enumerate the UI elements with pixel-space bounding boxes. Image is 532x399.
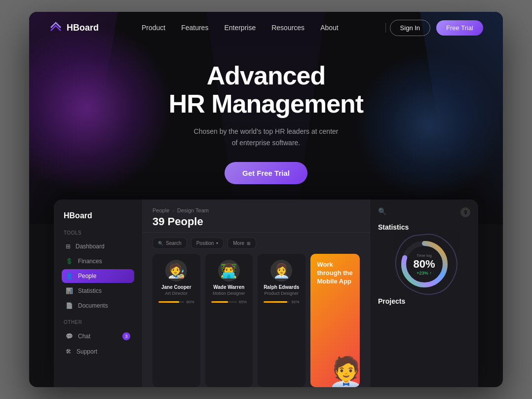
person-role-wade: Motion Designer bbox=[213, 291, 245, 296]
nav-resources[interactable]: Resources bbox=[271, 24, 304, 32]
person-name-wade: Wade Warren bbox=[213, 284, 244, 290]
logo-icon bbox=[49, 21, 63, 35]
support-icon: 🛠 bbox=[66, 348, 72, 355]
nav-divider bbox=[385, 23, 386, 33]
progress-bar-wade bbox=[211, 301, 237, 303]
sidebar-item-statistics[interactable]: 📊 Statistics bbox=[62, 284, 134, 298]
person-card-jane[interactable]: 🧑‍🎨 Jane Cooper Art Director 80% bbox=[152, 254, 200, 387]
person-card-wade[interactable]: 👨‍💻 Wade Warren Motion Designer 65% bbox=[205, 254, 253, 387]
nav-buttons: Sign In Free Trial bbox=[390, 20, 483, 36]
main-content: People › Design Team 39 People 🔍 Search … bbox=[143, 200, 370, 387]
progress-fill-ralph bbox=[264, 301, 287, 303]
mobile-figure: 🧑‍💼 bbox=[328, 355, 360, 387]
hero-section: Advanced HR Management Chosen by the wor… bbox=[29, 12, 503, 224]
sidebar-item-documents[interactable]: 📄 Documents bbox=[62, 299, 134, 313]
navbar: HBoard Product Features Enterprise Resou… bbox=[29, 12, 503, 43]
progress-wade: 65% bbox=[211, 300, 247, 304]
settings-icon: ⊞ bbox=[247, 241, 251, 246]
search-filter[interactable]: 🔍 Search bbox=[152, 238, 187, 249]
right-panel: 🔍 🎙 Statistics bbox=[370, 200, 478, 387]
donut-value: 80% bbox=[413, 258, 435, 271]
person-card-ralph[interactable]: 👩‍💼 Ralph Edwards Product Designer 92% bbox=[258, 254, 305, 387]
sidebar-item-chat[interactable]: 💬 Chat 3 bbox=[62, 329, 134, 344]
progress-fill-wade bbox=[211, 301, 228, 303]
person-name-ralph: Ralph Edwards bbox=[264, 284, 299, 290]
main-header: People › Design Team 39 People bbox=[143, 200, 370, 233]
hero-subtitle: Chosen by the world's top HR leaders at … bbox=[169, 126, 363, 148]
avatar-jane: 🧑‍🎨 bbox=[165, 260, 187, 281]
donut-chart: Time log 80% +23% ↑ bbox=[397, 237, 452, 291]
search-icon: 🔍 bbox=[158, 241, 163, 246]
sidebar-item-people[interactable]: 👤 People bbox=[62, 269, 134, 283]
more-filter[interactable]: More ⊞ bbox=[228, 238, 256, 249]
sidebar-item-dashboard[interactable]: ⊞ Dashboard bbox=[62, 239, 134, 253]
progress-jane: 80% bbox=[158, 300, 194, 304]
sidebar: HBoard Tools ⊞ Dashboard 💲 Finances 👤 Pe… bbox=[54, 200, 143, 387]
sidebar-item-finances[interactable]: 💲 Finances bbox=[62, 254, 134, 268]
dashboard-preview: HBoard Tools ⊞ Dashboard 💲 Finances 👤 Pe… bbox=[54, 200, 478, 387]
mobile-card-text: Work through the Mobile App bbox=[317, 261, 353, 286]
chat-icon: 💬 bbox=[66, 333, 73, 340]
people-grid: 🧑‍🎨 Jane Cooper Art Director 80% 👨‍💻 Wad… bbox=[143, 254, 370, 387]
nav-features[interactable]: Features bbox=[181, 24, 208, 32]
free-trial-button[interactable]: Free Trial bbox=[436, 20, 483, 36]
hero-title: Advanced HR Management bbox=[169, 62, 363, 118]
grid-icon: ⊞ bbox=[66, 243, 71, 250]
hero-content: Advanced HR Management Chosen by the wor… bbox=[169, 52, 363, 184]
person-name-jane: Jane Cooper bbox=[161, 284, 191, 290]
progress-pct-jane: 80% bbox=[186, 300, 194, 304]
tools-label: Tools bbox=[62, 230, 134, 236]
nav-logo[interactable]: HBoard bbox=[49, 21, 99, 35]
person-role-ralph: Product Designer bbox=[264, 291, 299, 296]
sidebar-logo: HBoard bbox=[62, 211, 134, 220]
browser-window: HBoard Product Features Enterprise Resou… bbox=[29, 12, 503, 387]
person-role-jane: Art Director bbox=[165, 291, 188, 296]
nav-product[interactable]: Product bbox=[142, 24, 165, 32]
mobile-app-card[interactable]: Work through the Mobile App 🧑‍💼 bbox=[310, 254, 360, 387]
donut-change: +23% ↑ bbox=[417, 271, 431, 276]
progress-ralph: 92% bbox=[264, 300, 300, 304]
position-filter[interactable]: Position ▾ bbox=[191, 238, 224, 249]
avatar-ralph: 👩‍💼 bbox=[270, 260, 292, 281]
progress-bar-ralph bbox=[264, 301, 289, 303]
nav-enterprise[interactable]: Enterprise bbox=[224, 24, 256, 32]
doc-icon: 📄 bbox=[66, 302, 73, 309]
nav-about[interactable]: About bbox=[320, 24, 339, 32]
page-title: 39 People bbox=[152, 215, 360, 228]
chevron-down-icon: ▾ bbox=[216, 241, 218, 245]
panel-mic-icon[interactable]: 🎙 bbox=[460, 207, 470, 217]
progress-pct-ralph: 92% bbox=[291, 300, 299, 304]
donut-chart-container: Time log 80% +23% ↑ bbox=[378, 237, 470, 291]
person-icon: 👤 bbox=[66, 273, 73, 279]
progress-pct-wade: 65% bbox=[239, 300, 247, 304]
panel-search-icon[interactable]: 🔍 bbox=[378, 207, 388, 217]
bar-chart-icon: 📊 bbox=[66, 287, 73, 294]
signin-button[interactable]: Sign In bbox=[390, 20, 430, 36]
filter-bar: 🔍 Search Position ▾ More ⊞ bbox=[143, 233, 370, 254]
progress-fill-jane bbox=[158, 301, 179, 303]
donut-inner: Time log 80% +23% ↑ bbox=[397, 237, 452, 291]
other-label: Other bbox=[62, 319, 134, 325]
sidebar-item-support[interactable]: 🛠 Support bbox=[62, 345, 134, 359]
donut-label: Time log bbox=[417, 253, 431, 258]
dollar-icon: 💲 bbox=[66, 258, 73, 265]
nav-links: Product Features Enterprise Resources Ab… bbox=[142, 24, 339, 32]
progress-bar-jane bbox=[158, 301, 184, 303]
get-free-trial-button[interactable]: Get Free Trial bbox=[225, 162, 307, 184]
breadcrumb: People › Design Team bbox=[152, 207, 360, 213]
panel-header: 🔍 🎙 bbox=[378, 207, 470, 217]
chat-badge: 3 bbox=[122, 332, 130, 340]
avatar-wade: 👨‍💻 bbox=[218, 260, 240, 281]
